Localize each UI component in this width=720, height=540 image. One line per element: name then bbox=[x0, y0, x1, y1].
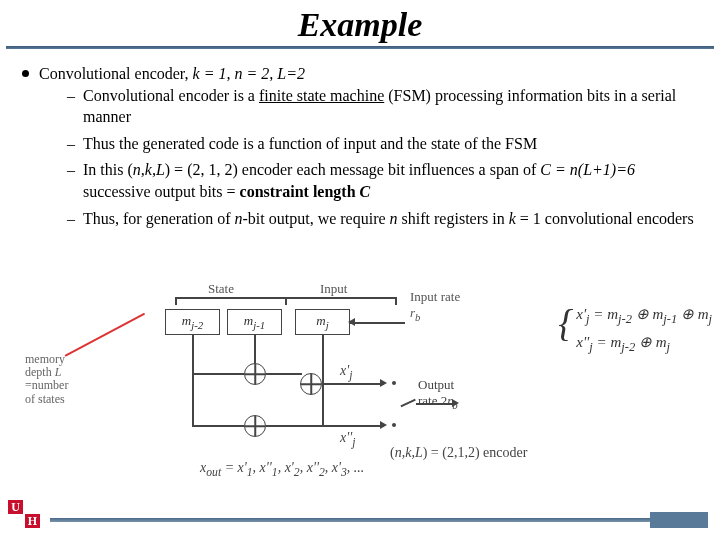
xout-equation: xout = x'1, x''1, x'2, x''2, x'3, ... bbox=[200, 460, 364, 479]
register-mj1: mj-1 bbox=[227, 309, 282, 335]
register-mj2: mj-2 bbox=[165, 309, 220, 335]
encoder-diagram: State Input Input raterb mj-2 mj-1 mj me… bbox=[120, 285, 540, 495]
state-label: State bbox=[208, 281, 234, 297]
encoder-type-label: (n,k,L) = (2,1,2) encoder bbox=[390, 445, 527, 461]
content-area: Convolutional encoder, k = 1, n = 2, L=2… bbox=[0, 59, 720, 234]
params-text: k = 1, n = 2, L=2 bbox=[193, 65, 305, 82]
input-rate-label: Input raterb bbox=[410, 289, 460, 323]
register-mj: mj bbox=[295, 309, 350, 335]
equations: { x'j = mj-2 ⊕ mj-1 ⊕ mj x''j = mj-2 ⊕ m… bbox=[570, 305, 712, 355]
input-line bbox=[350, 322, 405, 324]
bullet-dot bbox=[22, 70, 29, 77]
main-bullet: Convolutional encoder, k = 1, n = 2, L=2… bbox=[22, 63, 702, 234]
sub-bullet-4: –Thus, for generation of n-bit output, w… bbox=[67, 208, 702, 230]
memory-label: memorydepth L=numberof states bbox=[25, 353, 68, 406]
x2-label: x''j bbox=[340, 430, 355, 449]
memory-pointer bbox=[65, 313, 145, 357]
xor-top-1 bbox=[244, 363, 266, 385]
sub-bullet-3: –In this (n,k,L) = (2, 1, 2) encoder eac… bbox=[67, 159, 702, 202]
input-arrow bbox=[348, 318, 355, 326]
uh-logo: U H bbox=[8, 500, 44, 530]
xor-top-2 bbox=[300, 373, 322, 395]
sub-bullet-2: –Thus the generated code is a function o… bbox=[67, 133, 702, 155]
slide-title: Example bbox=[0, 0, 720, 46]
output-label: Outputrate 2rb bbox=[418, 377, 458, 411]
footer-bar bbox=[650, 512, 708, 528]
bullet-text: Convolutional encoder, bbox=[39, 65, 193, 82]
title-rule bbox=[6, 46, 714, 49]
x1-label: x'j bbox=[340, 363, 352, 382]
footer-rule bbox=[50, 518, 708, 522]
input-label: Input bbox=[320, 281, 347, 297]
xor-bottom bbox=[244, 415, 266, 437]
sub-bullet-1: –Convolutional encoder is a finite state… bbox=[67, 85, 702, 128]
footer: U H bbox=[0, 508, 720, 534]
switch bbox=[398, 393, 418, 413]
